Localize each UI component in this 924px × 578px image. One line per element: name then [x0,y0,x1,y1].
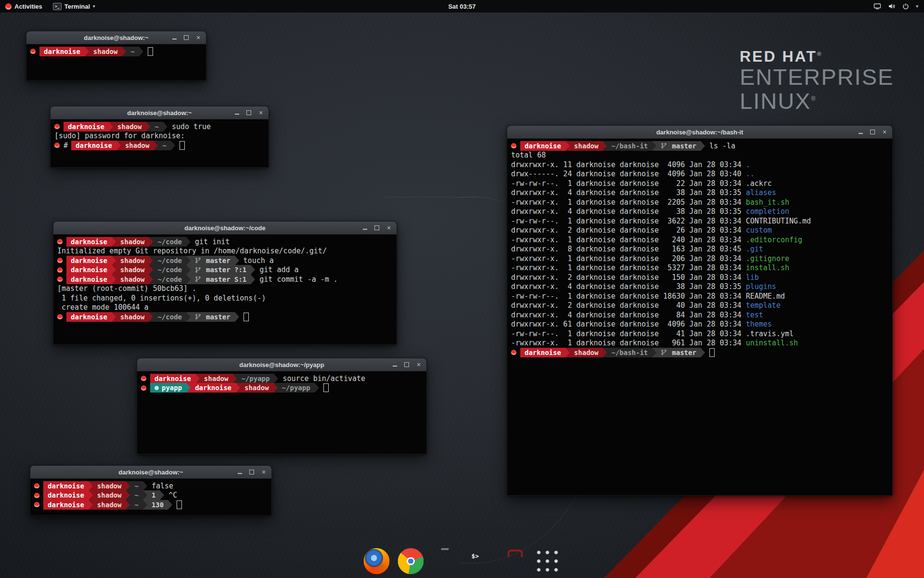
terminal-content[interactable]: darknoiseshadow~sudo true[sudo] password… [51,119,269,171]
powerline-separator-icon [112,237,116,247]
minimize-button[interactable] [237,469,243,475]
ls-entry-meta: drwxrwxr-x. 2 darknoise darknoise 150 Ja… [511,273,746,282]
window-titlebar[interactable]: darknoise@shadow:~ [51,106,269,119]
terminal-line: drwxrwxr-x. 11 darknoise darknoise 4096 … [511,160,888,170]
prompt-segment-host: shadow [116,275,149,284]
git-branch-icon [195,257,204,263]
terminal-content[interactable]: darknoiseshadow~/codegit initInitialized… [53,235,397,349]
terminal-content[interactable]: darknoiseshadow~falsedarknoiseshadow~1^C… [30,479,271,520]
minimize-button[interactable] [392,362,398,368]
ls-entry-meta: drwxrwxr-x. 4 darknoise darknoise 38 Jan… [511,282,746,291]
ls-entry-name: .ackrc [746,179,772,188]
cursor [244,313,249,321]
powerline-separator-icon [652,348,656,357]
prompt-segment-host: shadow [200,374,233,383]
window-titlebar[interactable]: darknoise@shadow:~ [30,466,271,479]
powerline-separator-icon [163,122,167,131]
powerline-separator-icon [186,275,191,284]
desktop: RED HAT® ENTERPRISE LINUX® darknoise@sha… [0,0,924,578]
ls-entry-meta: drwxrwxr-x. 11 darknoise darknoise 4096 … [511,160,746,169]
system-status-area[interactable]: ▾ [868,0,924,13]
terminal-window-4[interactable]: darknoise@shadow:~/pyappdarknoiseshadow~… [137,358,427,454]
powerline-separator-icon [273,383,278,393]
close-button[interactable] [195,35,201,40]
dock-terminal[interactable] [466,548,492,574]
activities-label: Activities [14,3,42,10]
clock[interactable]: Sat 03:57 [448,3,475,10]
terminal-window-6[interactable]: darknoise@shadow:~/bash-itdarknoiseshado… [507,125,893,496]
prompt-segment-user: darknoise [66,265,112,275]
terminal-window-3[interactable]: darknoise@shadow:~/codedarknoiseshadow~/… [53,221,397,345]
command-text: ls -la [709,142,735,150]
powerline-separator-icon [89,500,93,510]
chevron-down-icon: ▾ [93,4,95,9]
powerline-separator-icon [274,374,278,383]
powerline-separator-icon [89,490,93,500]
window-titlebar[interactable]: darknoise@shadow:~/code [53,222,397,235]
terminal-content[interactable]: darknoiseshadow~ [26,44,206,85]
dock-chrome[interactable] [398,548,424,574]
redhat-prompt-icon [57,276,63,282]
activities-button[interactable]: Activities [0,0,48,13]
window-titlebar[interactable]: darknoise@shadow:~/pyapp [137,358,426,371]
maximize-button[interactable] [246,110,252,116]
ls-entry-meta: drwxrwxr-x. 61 darknoise darknoise 4096 … [511,320,746,328]
minimize-button[interactable] [234,110,240,116]
maximize-button[interactable] [870,129,875,135]
maximize-button[interactable] [249,469,255,475]
powerline-separator-icon [112,312,116,322]
terminal-content[interactable]: darknoiseshadow~/pyappsource bin/activat… [137,371,426,458]
output-text: total 68 [511,151,546,159]
terminal-content[interactable]: darknoiseshadow~/bash-itmasterls -latota… [507,139,892,499]
ls-entry-meta: -rwxrwxr-x. 1 darknoise darknoise 5327 J… [511,263,746,272]
close-button[interactable] [882,129,887,135]
powerline-separator-icon [149,312,153,322]
powerline-separator-icon [109,122,113,131]
cursor [323,383,329,392]
maximize-button[interactable] [183,35,189,40]
close-button[interactable] [416,362,422,368]
redhat-prompt-icon [511,350,516,355]
terminal-line: drwxrwxr-x. 2 darknoise darknoise 26 Jan… [511,226,888,236]
chrome-icon [398,548,424,574]
prompt-segment-user: darknoise [66,256,112,265]
prompt-segment-path: ~/code [153,312,186,322]
window-titlebar[interactable]: darknoise@shadow:~/bash-it [507,126,892,139]
powerline-separator-icon [160,490,164,500]
terminal-line: -rwxrwxr-x. 1 darknoise darknoise 961 Ja… [511,339,888,348]
prompt-segment-git: master [656,141,701,151]
dock-firefox[interactable] [364,548,390,574]
dock-toolbox[interactable] [500,548,526,574]
prompt-segment-user: darknoise [43,490,89,500]
close-button[interactable] [258,110,264,116]
cursor [148,47,153,56]
terminal-window-2[interactable]: darknoise@shadow:~darknoiseshadow~sudo t… [50,106,269,168]
close-button[interactable] [261,469,267,475]
terminal-line: darknoiseshadow~/codegit init [57,237,393,247]
window-title: darknoise@shadow:~ [84,34,148,41]
window-titlebar[interactable]: darknoise@shadow:~ [26,31,206,44]
dock-app-grid[interactable] [535,548,561,574]
ls-entry-meta: -rwxrwxr-x. 1 darknoise darknoise 2205 J… [511,198,746,207]
prompt-segment-host: shadow [93,490,126,500]
powerline-separator-icon [85,47,89,56]
terminal-line: darknoiseshadow~/bash-itmaster [511,348,888,357]
minimize-button[interactable] [362,225,368,231]
minimize-button[interactable] [858,129,863,135]
maximize-button[interactable] [404,362,410,368]
minimize-button[interactable] [171,35,177,40]
ls-entry-name: themes [746,320,772,328]
terminal-window-5[interactable]: darknoise@shadow:~darknoiseshadow~falsed… [30,465,272,516]
terminal-line: create mode 100644 a [57,303,393,313]
dock-files[interactable] [432,548,458,574]
terminal-line: -rwxrwxr-x. 1 darknoise darknoise 206 Ja… [511,254,888,263]
close-button[interactable] [386,225,392,231]
maximize-button[interactable] [374,225,380,231]
powerline-separator-icon [89,481,93,491]
ls-entry-meta: drwxrwxr-x. 8 darknoise darknoise 163 Ja… [511,245,746,253]
prompt-segment-path: ~ [150,122,163,131]
command-text: git add a [259,265,298,274]
terminal-window-1[interactable]: darknoise@shadow:~darknoiseshadow~ [26,31,206,81]
app-menu-terminal[interactable]: Terminal ▾ [48,0,101,13]
powerline-separator-icon [232,374,237,383]
